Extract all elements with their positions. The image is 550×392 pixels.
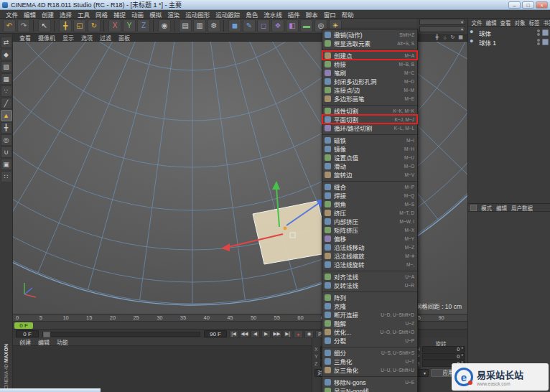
viewport-solo-icon[interactable]: ◎ — [1, 134, 12, 146]
toolbar-icon[interactable] — [223, 20, 225, 32]
context-menu-item[interactable] — [322, 269, 417, 271]
rotate-view-icon[interactable]: ↻ — [449, 34, 457, 41]
rotation-field[interactable]: 0 ° — [422, 353, 465, 360]
object-manager-menu-item[interactable]: 对象 — [513, 19, 527, 27]
coordinate-system-icon[interactable]: ◉ — [158, 19, 171, 32]
prev-key-button[interactable]: ◀◀ — [240, 330, 249, 338]
optimize-icon[interactable]: 优化... U~O, U~Shift+O — [322, 327, 417, 336]
melt-icon[interactable]: 融解 U~Z — [322, 319, 417, 327]
texture-mode-icon[interactable]: ▨ — [1, 61, 12, 73]
pan-view-icon[interactable]: ╋ — [433, 34, 441, 41]
viewport-menu-item[interactable]: 过滤 — [96, 34, 115, 42]
editor-visibility-dot[interactable] — [537, 39, 540, 42]
viewport-menu-item[interactable]: 面板 — [115, 34, 134, 42]
menu-item[interactable]: 网格 — [93, 10, 111, 19]
polygons-mode-icon[interactable]: ▲ — [1, 110, 12, 121]
attribute-tab[interactable]: 模式 — [479, 204, 494, 212]
stitch-icon[interactable]: 缝合 M~P — [322, 182, 417, 191]
edges-mode-icon[interactable]: ╱ — [1, 98, 12, 109]
editor-visibility-dot[interactable] — [537, 29, 540, 32]
extrude-icon[interactable]: 挤压 M~T, D — [322, 208, 417, 217]
menu-item[interactable]: 创建 — [39, 10, 57, 19]
magnet-icon[interactable]: 磁铁 M~I — [322, 136, 417, 144]
phong-tag-icon[interactable] — [542, 39, 549, 45]
axis-mode-icon[interactable]: ╋ — [1, 122, 12, 134]
menu-item[interactable]: 动画 — [129, 10, 146, 19]
goto-end-button[interactable]: ▶| — [283, 330, 292, 338]
slider-handle[interactable] — [43, 332, 50, 337]
context-menu-item[interactable] — [322, 47, 417, 50]
lock-workplane-icon[interactable]: ▣ — [1, 159, 12, 170]
viewport-menu-item[interactable]: 摄像机 — [34, 34, 59, 42]
toggle-view-icon[interactable]: ▦ — [457, 34, 465, 41]
weld-icon[interactable]: 焊接 M~Q — [322, 191, 417, 200]
object-manager-menu-item[interactable]: 文件 — [470, 19, 484, 27]
connect-points-edges-icon[interactable]: 连接点/边 M~M — [322, 85, 417, 94]
enable-snap-icon[interactable]: ∪ — [1, 146, 12, 158]
context-menu-item[interactable] — [322, 345, 417, 347]
split-icon[interactable]: 分裂 U~P — [322, 336, 417, 345]
menu-item[interactable]: 捕捉 — [111, 10, 129, 19]
attribute-tab[interactable]: 编辑 — [494, 204, 509, 212]
attribute-mode-icon[interactable] — [470, 205, 477, 211]
spline-pen-icon[interactable]: ✎ — [243, 19, 256, 32]
normal-scale-icon[interactable]: 沿法线缩放 M~# — [322, 251, 417, 260]
brush-icon[interactable]: 笔刷 M~C — [322, 68, 417, 77]
redo-icon[interactable]: ↷ — [17, 19, 30, 32]
menu-item[interactable]: 流水线 — [261, 10, 285, 19]
toolbar-icon[interactable] — [174, 20, 176, 32]
menu-item[interactable]: 编辑 — [21, 10, 39, 19]
toolbar-icon[interactable] — [153, 20, 155, 32]
undo-action-icon[interactable]: 撤销(动作) Shift+Z — [322, 30, 417, 39]
subdivide-icon[interactable]: 细分 U~S, U~Shift+S — [322, 348, 417, 357]
material-menu-item[interactable]: 功能 — [53, 338, 72, 346]
menu-item[interactable]: 帮助 — [339, 10, 357, 19]
render-visibility-dot[interactable] — [537, 42, 540, 45]
autokey-button[interactable]: ◉ — [304, 330, 314, 338]
minimize-button[interactable]: – — [508, 1, 521, 9]
remove-ngons-icon[interactable]: 移除N-gons U~E — [322, 378, 417, 386]
subdivision-surface-icon[interactable]: ◻ — [257, 19, 270, 32]
ngon-lines-icon[interactable]: 显示N-gon线 — [322, 386, 417, 392]
render-visibility-dot[interactable] — [537, 33, 540, 36]
z-axis-toggle[interactable]: Z — [137, 19, 150, 32]
plane-cut-icon[interactable]: 平面切割 K~J, M~J — [322, 115, 417, 123]
render-picture-viewer-icon[interactable]: ▥ — [193, 19, 206, 32]
normal-rotate-icon[interactable]: 沿法线旋转 M~, — [322, 260, 417, 269]
visibility-dots[interactable] — [537, 39, 540, 46]
toolbar-icon[interactable] — [54, 20, 56, 32]
render-settings-icon[interactable]: ⚙ — [208, 19, 220, 32]
sphere-object-row[interactable]: 球体 1 — [468, 37, 550, 47]
menu-item[interactable]: 渲染 — [164, 10, 182, 19]
sphere-object-row[interactable]: 球体 — [468, 28, 550, 37]
rotation-field[interactable]: 0 ° — [422, 346, 465, 353]
frame-range-slider[interactable] — [42, 332, 200, 337]
normal-move-icon[interactable]: 沿法线移动 M~Z — [322, 243, 417, 251]
bend-deformer-icon[interactable]: ◧ — [286, 19, 299, 32]
clone-command-icon[interactable]: 克隆 — [322, 302, 417, 310]
menu-item[interactable]: 运动图形 — [182, 10, 213, 19]
material-menu-item[interactable]: 编辑 — [34, 338, 53, 346]
array-generator-icon[interactable]: ❖ — [271, 19, 284, 32]
create-point-icon[interactable]: 创建点 M~A — [322, 51, 417, 60]
render-view-icon[interactable]: ▤ — [179, 19, 192, 32]
object-manager-menu-item[interactable]: 编辑 — [484, 19, 498, 27]
bridge-icon[interactable]: 桥接 M~B, B — [322, 60, 417, 68]
toolbar-icon[interactable] — [33, 20, 35, 32]
menu-item[interactable]: 运动跟踪 — [213, 10, 243, 19]
context-menu-item[interactable] — [322, 289, 417, 292]
context-menu-item[interactable] — [322, 132, 417, 135]
model-mode-icon[interactable]: ◆ — [1, 49, 12, 60]
context-menu-item[interactable] — [322, 374, 417, 377]
viewport-menu-item[interactable]: 查看 — [16, 34, 34, 42]
object-manager-menu-item[interactable]: 查看 — [498, 19, 513, 27]
menu-item[interactable]: 窗口 — [321, 10, 339, 19]
phong-tag-icon[interactable] — [542, 29, 549, 36]
menu-item[interactable]: 工具 — [75, 10, 93, 19]
menu-item[interactable]: 插件 — [285, 10, 303, 19]
array-command-icon[interactable]: 阵列 — [322, 293, 417, 302]
reverse-normals-icon[interactable]: 反转法线 U~R — [322, 281, 417, 289]
workplane-mode-icon[interactable]: ▦ — [1, 73, 12, 85]
triangulate-icon[interactable]: 三角化 U~T — [322, 357, 417, 365]
context-menu-item[interactable] — [322, 103, 417, 106]
